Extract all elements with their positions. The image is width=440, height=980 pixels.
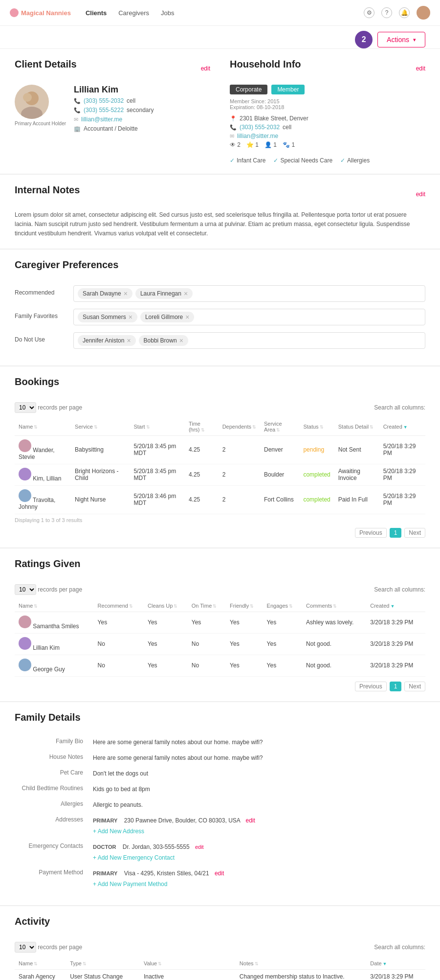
th-dependents[interactable]: Dependents⇅: [219, 418, 260, 436]
addresses-label: Addresses: [15, 816, 93, 836]
rth-ontime[interactable]: On Time⇅: [188, 600, 226, 612]
help-icon[interactable]: ?: [381, 7, 392, 18]
table-row[interactable]: Lillian Kim No Yes No Yes Yes Not good. …: [15, 633, 425, 655]
table-row[interactable]: Kim, Lillian Bright Horizons - Child 5/2…: [15, 464, 425, 485]
th-created[interactable]: Created▼: [379, 418, 425, 436]
table-row[interactable]: George Guy No Yes No Yes Yes Not good. 3…: [15, 655, 425, 676]
hh-email-icon: ✉: [230, 133, 234, 139]
activity-records-control: 102550 records per page: [15, 942, 82, 953]
pref-tag-susan-remove[interactable]: ×: [129, 313, 132, 321]
table-row[interactable]: Sarah Agency User Status Change Inactive…: [15, 969, 425, 980]
table-row[interactable]: Wander, Stevie Babysitting 5/20/18 3:45 …: [15, 435, 425, 464]
th-area[interactable]: Service Area⇅: [260, 418, 299, 436]
nav-link-clients[interactable]: Clients: [86, 9, 107, 17]
emergency-edit[interactable]: edit: [195, 844, 204, 850]
nav-right: ⚙ ? 🔔: [364, 6, 430, 20]
bookings-page-1[interactable]: 1: [390, 528, 402, 538]
brand: Magical Nannies: [10, 8, 71, 17]
ratings-page-1[interactable]: 1: [390, 682, 402, 691]
bookings-records-select[interactable]: 102550: [15, 402, 36, 413]
family-field-row: Child Bedtime Routines Kids go to bed at…: [15, 785, 425, 794]
th-name[interactable]: Name⇅: [15, 418, 71, 436]
th-time[interactable]: Time (hrs)⇅: [185, 418, 219, 436]
bookings-prev-btn[interactable]: Previous: [355, 528, 387, 538]
ratings-records-select[interactable]: 102550: [15, 584, 36, 595]
rth-engages[interactable]: Engages⇅: [263, 600, 303, 612]
table-row[interactable]: Travolta, Johnny Night Nurse 5/20/18 3:4…: [15, 485, 425, 514]
client-phone-cell-link[interactable]: (303) 555-2032: [84, 97, 124, 104]
address-edit[interactable]: edit: [246, 817, 255, 824]
rth-comments[interactable]: Comments⇅: [302, 600, 366, 612]
household-info-panel: Household Info edit Corporate Member Mem…: [230, 59, 425, 164]
tag-allergies: ✓ Allergies: [340, 157, 370, 164]
nav-link-caregivers[interactable]: Caregivers: [118, 9, 149, 17]
table-row[interactable]: Samantha Smiles Yes Yes Yes Yes Yes Ashl…: [15, 612, 425, 633]
internal-notes-edit[interactable]: edit: [416, 191, 425, 198]
payment-edit[interactable]: edit: [215, 870, 224, 877]
pref-family-fav-tags[interactable]: Susan Sommers × Loreli Gillmore ×: [73, 309, 425, 325]
th-status[interactable]: Status⇅: [299, 418, 334, 436]
client-phone-secondary-link[interactable]: (303) 555-5222: [84, 107, 124, 114]
bookings-records-control: 102550 records per page: [15, 402, 82, 413]
count-user: 👤 1: [264, 141, 277, 148]
pref-do-not-use-label: Do Not Use: [15, 332, 73, 343]
brand-name: Magical Nannies: [21, 9, 71, 17]
client-avatar-wrap: Primary Account Holder: [15, 85, 66, 132]
family-field-value: Allergic to peanuts.: [93, 800, 425, 809]
th-service[interactable]: Service⇅: [71, 418, 130, 436]
user-avatar[interactable]: [417, 6, 430, 20]
pref-recommended-tags[interactable]: Sarah Dwayne × Laura Finnegan ×: [73, 285, 425, 302]
th-status-detail[interactable]: Status Detail⇅: [334, 418, 379, 436]
payment-value: PRIMARY Visa - 4295, Kristen Stiles, 04/…: [93, 869, 425, 889]
household-phone-link[interactable]: (303) 555-2032: [240, 124, 280, 131]
nav-link-jobs[interactable]: Jobs: [161, 9, 174, 17]
address-value: 230 Pawnee Drive, Boulder, CO 80303, USA: [124, 817, 240, 824]
ath-notes[interactable]: Notes⇅: [236, 957, 366, 970]
activity-records-label: records per page: [38, 944, 82, 951]
rth-friendly[interactable]: Friendly⇅: [226, 600, 263, 612]
client-household-section: Client Details edit Primary Account Hold…: [0, 49, 440, 174]
actions-bar: 2 Actions ▾: [0, 26, 440, 48]
household-info-header: Household Info edit: [230, 59, 425, 78]
ratings-table: Name⇅ Recommend⇅ Cleans Up⇅ On Time⇅ Fri…: [15, 600, 425, 677]
ath-value[interactable]: Value⇅: [140, 957, 236, 970]
ratings-prev-btn[interactable]: Previous: [355, 682, 387, 691]
rth-recommend[interactable]: Recommend⇅: [94, 600, 144, 612]
bookings-next-btn[interactable]: Next: [404, 528, 425, 538]
pref-tag-loreli-remove[interactable]: ×: [185, 313, 189, 321]
payment-type: PRIMARY: [93, 870, 117, 876]
add-address-link[interactable]: + Add New Address: [93, 827, 425, 836]
ratings-next-btn[interactable]: Next: [404, 682, 425, 691]
family-details-section: Family Details Family Bio Here are some …: [0, 702, 440, 906]
tag-infant: ✓ Infant Care: [230, 157, 265, 164]
pref-tag-laura-remove[interactable]: ×: [184, 290, 188, 297]
badge-corporate: Corporate: [230, 85, 267, 94]
payment-label: Payment Method: [15, 869, 93, 889]
actions-button[interactable]: Actions ▾: [377, 32, 425, 47]
pref-tag-bobbi-remove[interactable]: ×: [179, 337, 183, 344]
household-info-edit[interactable]: edit: [416, 65, 425, 72]
bookings-pagination: Previous 1 Next: [15, 528, 425, 538]
client-email-link[interactable]: lillian@sitter.me: [81, 116, 122, 123]
ath-type[interactable]: Type⇅: [66, 957, 140, 970]
add-payment-link[interactable]: + Add New Payment Method: [93, 880, 425, 889]
rth-cleans[interactable]: Cleans Up⇅: [144, 600, 188, 612]
add-emergency-link[interactable]: + Add New Emergency Contact: [93, 853, 425, 862]
th-start[interactable]: Start⇅: [130, 418, 185, 436]
activity-records-select[interactable]: 102550: [15, 942, 36, 953]
settings-icon[interactable]: ⚙: [364, 7, 374, 18]
ath-name[interactable]: Name⇅: [15, 957, 66, 970]
notifications-icon[interactable]: 🔔: [399, 7, 410, 18]
pref-tag-jennifer: Jennifer Aniston ×: [78, 335, 136, 346]
ath-date[interactable]: Date▼: [366, 957, 425, 970]
address-icon: 📍: [230, 115, 237, 122]
pref-tag-sarah-remove[interactable]: ×: [124, 290, 128, 297]
count-pet: 🐾 1: [283, 141, 295, 148]
client-details-edit[interactable]: edit: [201, 65, 210, 72]
rth-name[interactable]: Name⇅: [15, 600, 94, 612]
pref-tag-loreli: Loreli Gillmore ×: [140, 312, 195, 322]
rth-created[interactable]: Created▼: [366, 600, 425, 612]
pref-tag-jennifer-remove[interactable]: ×: [127, 337, 131, 344]
pref-do-not-use-tags[interactable]: Jennifer Aniston × Bobbi Brown ×: [73, 332, 425, 349]
household-email-link[interactable]: lillian@sitter.me: [237, 133, 278, 139]
